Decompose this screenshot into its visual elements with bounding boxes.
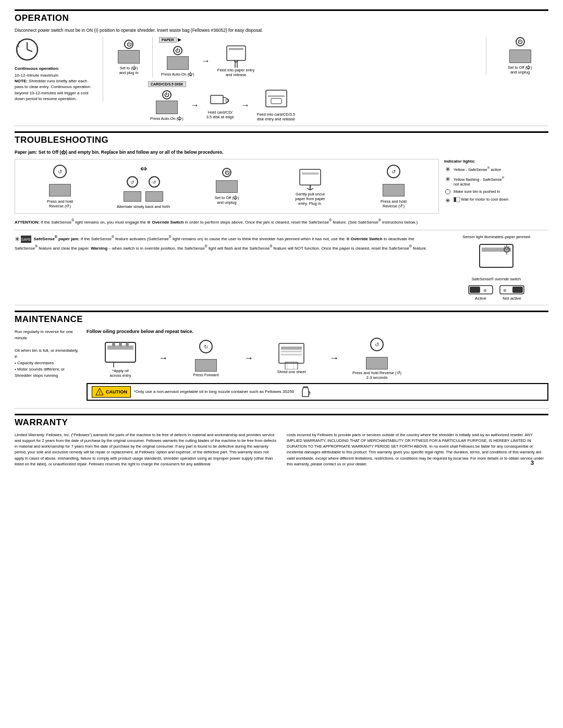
power-icon-step3: ⏻ [222,168,231,177]
btn-step2b [145,191,163,202]
maintenance-steps: Follow oiling procedure below and repeat… [87,329,548,401]
safesense-diagram: Sensor light illuminated–paper jammed [444,235,548,301]
continuous-op-text: 10-12-minute maximum NOTE: Shredder runs… [15,72,96,102]
maint-step-3: Shred one sheet [258,342,325,374]
svg-text:↺: ↺ [391,169,396,175]
step3-label: Set to Off (⏻)and unplug [215,195,239,205]
feed-card-col: Feed into card/CD/3.5disk entry and rele… [257,89,295,121]
svg-rect-21 [454,198,456,202]
svg-rect-31 [470,287,480,293]
trouble-indicators: Indicator lights: ✳ Yellow - SafeSense® … [444,159,548,207]
svg-rect-4 [229,48,243,50]
operation-subtitle: Disconnect power switch must be in ON (I… [15,28,548,33]
caution-bar: ! CAUTION *Only use a non-aerosol vegeta… [87,383,548,401]
indicator-text-1: Yellow - SafeSense® active [454,166,501,172]
power-btn-card: ⏻ [162,90,172,100]
trouble-main-row: ↺ Press and holdReverse (↺) ⇔ ↺ [15,159,548,214]
step4-label: Gently pull uncutpaper from paperentry. … [295,192,325,206]
trouble-step-1: ↺ Press and holdReverse (↺) [31,164,89,208]
svg-rect-45 [281,351,302,352]
arrow-card: → [189,101,201,109]
indicator-text-3: Make sure bin is pushed in [454,189,500,194]
power-icon-set: ⏻ [124,40,133,49]
trouble-intro: Paper jam: Set to Off (⏻) and empty bin.… [15,150,548,155]
safesense-override-label: SafeSense® override switch [444,277,548,281]
trouble-step-4: Gently pull uncutpaper from paperentry. … [282,167,339,206]
svg-rect-5 [211,95,223,104]
svg-rect-16 [300,169,321,185]
caution-label: ! CAUTION [92,386,131,398]
step2-left-icons: ↺ [123,176,142,203]
maint-steps-row: *Apply oilacross entry → ↻ Press Forwar [87,337,548,380]
safe-label-icon: SAFE [21,236,31,243]
svg-text:↺: ↺ [375,342,379,348]
svg-rect-43 [279,343,304,363]
step3-icons: ⏻ [216,168,238,194]
maint-step-2: ↻ Press Forward [172,339,240,377]
active-col: ⊛ Active [468,283,494,301]
svg-text:⊛: ⊛ [483,288,487,293]
warranty-section: WARRANTY Limited Warranty: Fellowes, Inc… [15,414,548,472]
reverse-icon-maint: ↺ [365,337,388,356]
set-off-label: Set to Off (⏻)and unplug [492,65,548,75]
svg-text:↺: ↺ [58,169,62,175]
maint-step-2-label: Press Forward [193,373,219,377]
arrow-left-right: ⇔ [140,164,147,174]
maint-arrow-2: → [244,353,253,364]
maint-step-4-label: Press and hold Reverse (↺)2-3 seconds [352,371,401,380]
maint-step-3-label: Shred one sheet [277,369,305,374]
pull-paper-icon [297,167,324,190]
press-auto-on-card-label: Press Auto-On (⏻) [150,116,183,121]
apply-oil-icon [102,339,139,368]
not-active-switch-icon: ⊛ [499,283,525,296]
press-auto-on-card: ⏻ Press Auto-On (⏻) [150,90,183,121]
feed-card-icon [263,89,290,112]
maint-step-1: *Apply oilacross entry [87,339,154,378]
reverse-icon-2a: ↺ [123,176,142,190]
hold-card-col: Hold card/CD/3.5 disk at edge [206,91,234,119]
press-auto-on-paper-label: Press Auto-On (⏻) [161,72,194,77]
indicator-yellow-active: ✳ Yellow - SafeSense® active [444,166,548,173]
rect-btn-paper [167,56,189,70]
svg-rect-46 [281,354,302,355]
paper-section: PAPER ▶ ⏻ Press Auto-On (⏻) → [156,37,481,77]
step1-label: Press and holdReverse (↺) [47,199,73,208]
rect-btn-off [509,50,531,63]
troubleshooting-section: TROUBLESHOOTING Paper jam: Set to Off (⏻… [15,131,548,305]
indicator-title: Indicator lights: [444,159,548,164]
rect-btn-set [118,50,140,64]
indicator-motor: ✳ Wait for motor to cool down [444,197,548,204]
btn-step5 [383,184,405,196]
attention-text: ATTENTION: If the SafeSense® light remai… [15,218,548,226]
card-section: CARD/CD/3.5 DISK ⏻ Press Auto-On (⏻) → [108,81,481,121]
warranty-col-2: costs incurred by Fellowes to provide pa… [287,432,548,467]
reverse-icon-2b: ↺ [145,176,164,190]
maint-arrow-3: → [329,353,339,364]
step-arrows: ⇔ ↺ ↺ [117,164,170,209]
indicator-yellow-flashing: ✳ Yellow flashing - SafeSense®not active [444,176,548,187]
svg-text:↻: ↻ [204,344,208,350]
warranty-title: WARRANTY [15,414,548,428]
svg-rect-8 [268,95,285,97]
caution-text: CAUTION [106,389,127,394]
indicator-text-2: Yellow flashing - SafeSense®not active [454,176,504,187]
oil-bottle-icon [299,386,312,398]
operation-section: OPERATION Disconnect power switch must b… [15,9,548,126]
svg-text:⊛: ⊛ [503,288,507,293]
rect-btn-card [156,101,178,114]
hand-feed-paper: Feed into paper entryand release [217,45,254,77]
sun-icon-2: ✳ [444,176,451,183]
hand-feed-icon [224,45,249,68]
maint-arrow-1: → [158,353,168,364]
maintenance-row: Run regularly in reverse for one minute … [15,329,548,401]
svg-line-28 [508,246,509,247]
svg-point-38 [112,342,115,347]
reverse-icon-3: ↺ [382,164,405,183]
indicator-bin: Make sure bin is pushed in [444,189,548,194]
svg-line-2 [27,50,32,52]
caution-triangle-icon: ! [95,388,104,396]
continuous-op-label: Continuous operation: [15,66,96,71]
reverse-icon-1: ↺ [48,164,71,183]
operation-title: OPERATION [15,9,548,23]
sensor-light-label: Sensor light illuminated–paper jammed [444,235,548,239]
